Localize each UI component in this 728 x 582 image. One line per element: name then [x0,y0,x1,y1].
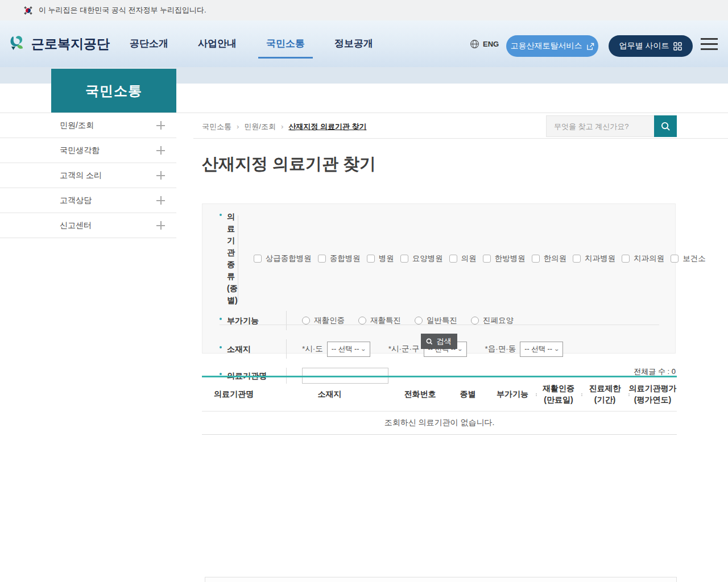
gov-banner: 이 누리집은 대한민국 공식 전자정부 누리집입니다. [0,0,728,20]
checkbox-icon [367,255,375,263]
nav-item-business[interactable]: 사업안내 [183,20,251,67]
eupmyeondong-select[interactable]: -- 선택 -- ⌄ [520,342,563,357]
type-options: 상급종합병원 종합병원 병원 요양병원 의원 한방병원 [238,215,706,302]
bullet-icon [220,346,222,348]
column-header: 부가기능 [489,389,536,400]
type-checkbox[interactable]: 보건소 [671,253,706,264]
divider [220,325,659,325]
nav-item-about[interactable]: 공단소개 [115,20,183,67]
site-search [546,115,677,137]
breadcrumb-current: 산재지정 의료기관 찾기 [288,122,366,132]
type-checkbox[interactable]: 한의원 [532,253,567,264]
grid-icon [673,42,682,51]
search-submit-button[interactable]: 검색 [421,334,457,349]
site-search-input[interactable] [546,115,654,137]
radio-icon [358,317,366,325]
checkbox-icon [400,255,408,263]
divider [193,138,728,139]
form-row-feature: 부가기능 재활인증 재활특진 일반특진 진폐요양 [220,306,659,335]
radio-icon [471,317,479,325]
breadcrumb-item[interactable]: 국민소통 [202,122,239,132]
empty-row-message: 조회하신 의료기관이 없습니다. [202,411,677,435]
search-icon [426,338,433,345]
search-icon [661,122,671,131]
sidebar-item-complaints[interactable]: 민원/조회 [0,113,176,138]
page-title: 산재지정 의료기관 찾기 [202,153,376,176]
table-header-row: 의료기관명 소재지 전화번호 종별 부가기능 재활인증 (만료일) 진료제한 (… [202,376,677,411]
type-checkbox[interactable]: 치과의원 [622,253,664,264]
column-header: 종별 [446,389,489,400]
korea-flag-icon [23,5,34,16]
external-link-icon [587,43,594,50]
site-menu-button[interactable]: 업무별 사이트 [609,35,693,57]
column-header: 재활인증 (만료일) [536,383,581,405]
logo[interactable]: 근로복지공단 [8,20,110,67]
bottom-cutoff-box [205,577,677,582]
logo-text: 근로복지공단 [31,35,110,53]
bullet-icon [220,318,222,320]
type-checkbox[interactable]: 치과병원 [573,253,615,264]
type-checkbox[interactable]: 병원 [367,253,394,264]
sidebar-item-customer-voice[interactable]: 고객의 소리 [0,163,176,188]
header: 근로복지공단 공단소개 사업안내 국민소통 정보공개 ENG 고용산재토탈서비스 [0,20,728,67]
plus-icon [156,121,165,130]
sidebar-item-customer-counsel[interactable]: 고객상담 [0,188,176,213]
checkbox-icon [483,255,491,263]
checkbox-icon [573,255,581,263]
eupmyeondong-group: *읍·면·동 -- 선택 -- ⌄ [485,342,564,357]
site-search-button[interactable] [654,115,677,137]
site-menu-label: 업무별 사이트 [619,41,669,51]
language-selector[interactable]: ENG [470,20,499,67]
bullet-icon [220,214,222,216]
plus-icon [156,196,165,205]
search-form: 의료기관 종류 (종별) 상급종합병원 종합병원 병원 요양병원 [202,203,676,354]
sidebar-title: 국민소통 [51,69,176,113]
sidebar-item-report-center[interactable]: 신고센터 [0,213,176,238]
type-checkbox[interactable]: 종합병원 [318,253,361,264]
column-header: 소재지 [266,389,394,400]
column-header: 진료제한 (기간) [581,383,628,405]
results-table: 의료기관명 소재지 전화번호 종별 부가기능 재활인증 (만료일) 진료제한 (… [202,376,677,435]
main-nav: 공단소개 사업안내 국민소통 정보공개 [115,20,388,67]
plus-icon [156,171,165,180]
sido-group: *시·도 -- 선택 -- ⌄ [302,342,370,357]
sidebar: 민원/조회 국민생각함 고객의 소리 고객상담 신고센터 [0,113,176,238]
location-fields: *시·도 -- 선택 -- ⌄ *시·군·구 -- 선택 -- ⌄ *읍·면·동 [286,339,659,359]
hamburger-menu-icon[interactable] [701,38,718,50]
gov-banner-text: 이 누리집은 대한민국 공식 전자정부 누리집입니다. [39,5,206,15]
globe-icon [470,39,479,49]
type-label: 의료기관 종류 (종별) [220,211,238,306]
form-row-type: 의료기관 종류 (종별) 상급종합병원 종합병원 병원 요양병원 [220,211,659,306]
sido-select[interactable]: -- 선택 -- ⌄ [327,342,370,357]
page: 이 누리집은 대한민국 공식 전자정부 누리집입니다. 근로복지공단 공단소개 … [0,0,728,582]
plus-icon [156,146,165,155]
checkbox-icon [622,255,630,263]
checkbox-icon [254,255,262,263]
nav-item-communication[interactable]: 국민소통 [251,20,320,67]
language-label: ENG [483,40,499,48]
chevron-down-icon: ⌄ [553,346,560,352]
logo-icon [8,34,27,53]
chevron-down-icon: ⌄ [457,346,463,352]
sidebar-item-ideas[interactable]: 국민생각함 [0,138,176,163]
breadcrumb-item[interactable]: 민원/조회 [244,122,283,132]
checkbox-icon [449,255,457,263]
total-service-button[interactable]: 고용산재토탈서비스 [506,35,598,57]
sidebar-title-label: 국민소통 [85,82,142,100]
checkbox-icon [318,255,326,263]
column-header: 의료기관평가 (평가연도) [628,383,677,405]
total-service-label: 고용산재토탈서비스 [511,41,582,51]
type-checkbox[interactable]: 요양병원 [400,253,443,264]
nav-item-disclosure[interactable]: 정보공개 [320,20,388,67]
plus-icon [156,221,165,230]
checkbox-icon [532,255,540,263]
checkbox-icon [671,255,679,263]
type-checkbox[interactable]: 의원 [449,253,477,264]
type-checkbox[interactable]: 상급종합병원 [254,253,312,264]
location-label: 소재지 [220,343,286,355]
type-checkbox[interactable]: 한방병원 [483,253,526,264]
feature-options: 재활인증 재활특진 일반특진 진폐요양 [286,311,659,330]
chevron-down-icon: ⌄ [361,346,367,352]
column-header: 전화번호 [394,389,446,400]
column-header: 의료기관명 [202,389,266,400]
